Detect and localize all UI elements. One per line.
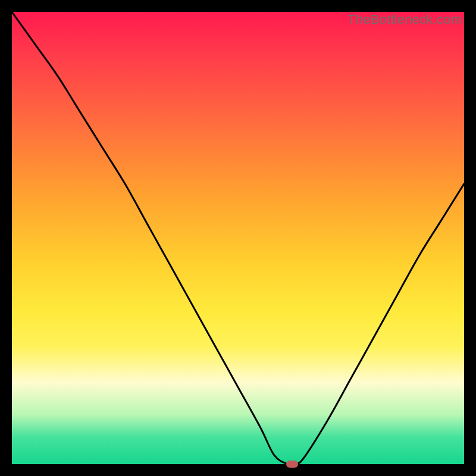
bottleneck-curve bbox=[12, 12, 464, 464]
minimum-marker bbox=[286, 461, 298, 468]
chart-plot-area: TheBottleneck.com bbox=[12, 12, 464, 464]
chart-frame: TheBottleneck.com bbox=[0, 0, 476, 476]
